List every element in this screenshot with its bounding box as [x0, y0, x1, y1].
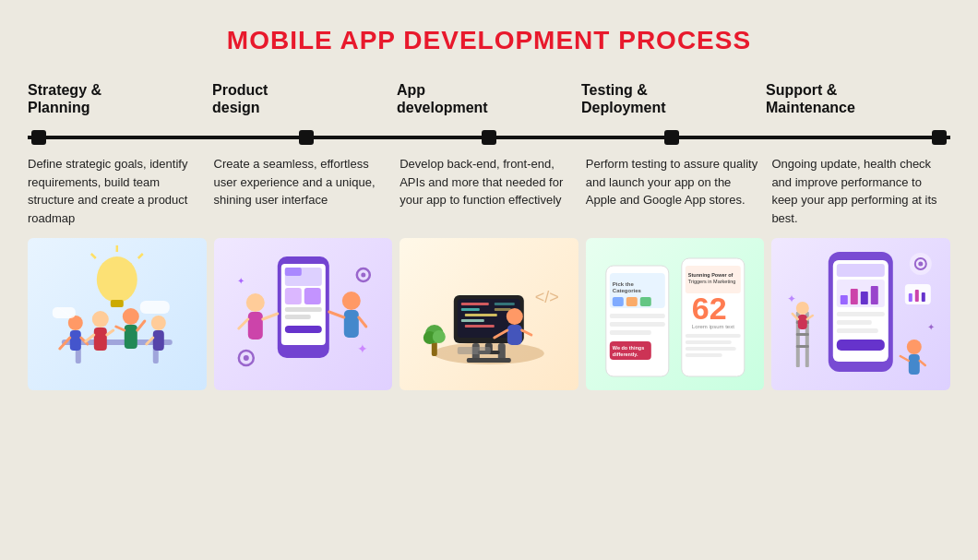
timeline-dot-5 [932, 130, 947, 145]
svg-text:Categories: Categories [613, 288, 642, 293]
svg-rect-34 [284, 326, 321, 333]
svg-rect-84 [610, 322, 665, 327]
svg-rect-13 [94, 328, 107, 351]
content-row: Define strategic goals, identify require… [28, 155, 950, 227]
header-cell-appdev: Appdevelopment [397, 81, 581, 124]
svg-rect-108 [837, 312, 885, 316]
step-title-strategy: Strategy &Planning [28, 81, 205, 116]
svg-point-0 [97, 256, 137, 303]
timeline-dot-3 [482, 130, 496, 145]
svg-text:✦: ✦ [236, 276, 244, 286]
header-cell-design: Productdesign [212, 81, 397, 124]
svg-rect-129 [909, 293, 912, 302]
svg-rect-60 [465, 325, 495, 328]
process-container: Strategy &Planning Productdesign Appdeve… [28, 81, 950, 390]
header-cell-strategy: Strategy &Planning [28, 81, 212, 124]
svg-point-66 [507, 308, 523, 325]
header-cell-support: Support &Maintenance [766, 81, 950, 124]
product-design-illustration: ✦ ✦ [214, 238, 393, 390]
svg-rect-1 [111, 300, 124, 307]
app-development-illustration: </> [400, 238, 578, 390]
dot-wrapper-3 [398, 130, 580, 145]
step-title-design: Productdesign [212, 81, 389, 116]
svg-text:62: 62 [692, 291, 727, 326]
svg-text:We do things: We do things [613, 345, 644, 351]
svg-line-15 [107, 330, 113, 335]
support-illustration: ✦ ✦ [771, 238, 950, 390]
timeline-dot-2 [299, 130, 314, 145]
dot-wrapper-1 [31, 130, 214, 145]
svg-rect-61 [495, 303, 515, 305]
svg-rect-121 [798, 315, 807, 329]
svg-rect-33 [284, 315, 310, 319]
svg-text:differently.: differently. [613, 351, 638, 357]
page-title: MOBILE APP DEVELOPMENT PROCESS [28, 26, 950, 55]
svg-rect-109 [837, 320, 872, 325]
svg-rect-98 [686, 353, 722, 357]
step-title-appdev: Appdevelopment [397, 81, 574, 116]
svg-rect-74 [458, 347, 491, 354]
svg-rect-67 [507, 325, 522, 345]
svg-rect-125 [909, 354, 920, 375]
dot-wrapper-2 [214, 130, 397, 145]
images-row: ✦ ✦ [28, 238, 950, 390]
svg-rect-111 [837, 340, 885, 351]
svg-rect-119 [796, 345, 809, 348]
svg-rect-57 [461, 308, 480, 311]
svg-point-124 [907, 340, 922, 354]
svg-rect-102 [837, 264, 885, 277]
svg-rect-131 [922, 292, 925, 302]
svg-rect-97 [686, 347, 736, 351]
step-title-support: Support &Maintenance [766, 81, 943, 116]
svg-point-39 [341, 292, 360, 310]
svg-rect-82 [640, 297, 651, 306]
svg-text:Lorem ipsum text: Lorem ipsum text [692, 324, 734, 329]
svg-rect-23 [140, 301, 170, 314]
svg-rect-95 [686, 334, 741, 338]
svg-rect-31 [304, 288, 320, 304]
page-container: MOBILE APP DEVELOPMENT PROCESS Strategy … [0, 0, 978, 560]
svg-rect-104 [841, 295, 848, 304]
svg-text:Stunning Power of: Stunning Power of [688, 272, 734, 278]
svg-rect-86 [610, 341, 651, 360]
svg-rect-32 [284, 307, 321, 312]
desc-design: Create a seamless, effortless user exper… [214, 155, 400, 227]
svg-rect-62 [495, 308, 511, 311]
svg-rect-17 [125, 325, 137, 349]
timeline-dots [28, 130, 950, 145]
svg-line-4 [91, 254, 96, 258]
svg-rect-107 [871, 286, 878, 304]
dot-wrapper-4 [580, 130, 763, 145]
svg-line-127 [920, 361, 925, 365]
svg-point-35 [245, 293, 264, 312]
svg-text:Pick the: Pick the [613, 281, 635, 287]
svg-line-3 [138, 254, 143, 258]
timeline-dot-4 [664, 130, 679, 145]
svg-rect-40 [343, 310, 358, 338]
strategy-illustration [28, 238, 207, 390]
svg-rect-96 [686, 340, 732, 344]
svg-line-38 [262, 314, 277, 319]
svg-text:✦: ✦ [356, 341, 367, 356]
svg-text:✦: ✦ [927, 322, 935, 332]
header-cell-testing: Testing &Deployment [581, 81, 766, 124]
svg-line-42 [358, 317, 365, 327]
svg-point-20 [151, 316, 166, 330]
timeline-row [28, 129, 950, 146]
svg-rect-105 [851, 289, 858, 304]
svg-line-37 [238, 319, 247, 328]
svg-rect-110 [837, 328, 878, 333]
svg-rect-83 [610, 314, 665, 318]
svg-rect-24 [53, 307, 76, 318]
svg-point-120 [796, 302, 809, 315]
svg-text:Triggers in Marketing: Triggers in Marketing [688, 279, 735, 284]
desc-appdev: Develop back-end, front-end, APIs and mo… [400, 155, 586, 227]
svg-rect-85 [610, 330, 651, 335]
svg-text:✦: ✦ [787, 292, 796, 305]
desc-support: Ongoing update, health check and improve… [771, 155, 950, 227]
svg-rect-30 [284, 288, 301, 304]
svg-line-18 [116, 327, 125, 330]
header-row: Strategy &Planning Productdesign Appdeve… [28, 81, 950, 124]
svg-rect-81 [626, 297, 638, 306]
svg-point-16 [123, 308, 139, 325]
